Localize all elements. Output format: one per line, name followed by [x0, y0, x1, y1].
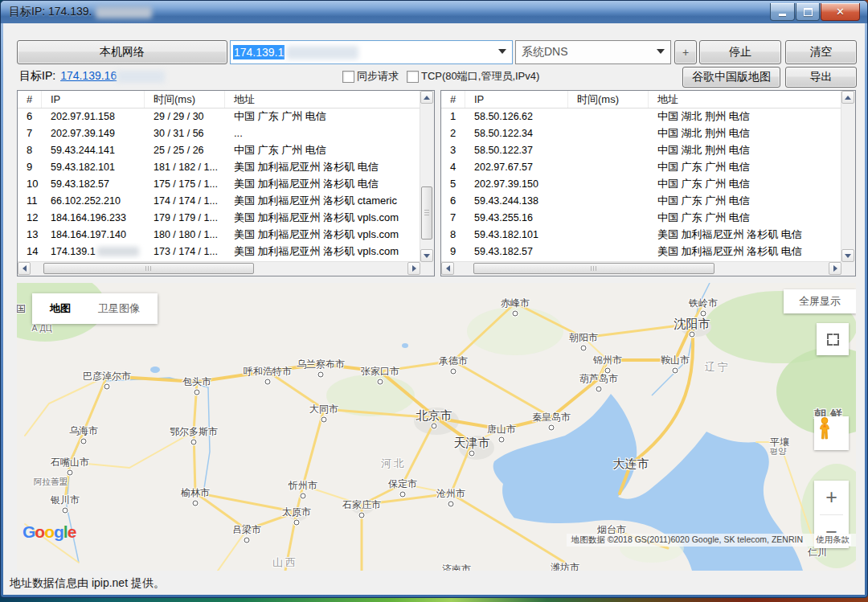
- sync-request-checkbox[interactable]: 同步请求: [342, 69, 399, 84]
- scrollbar-corner: [841, 262, 855, 276]
- target-ip-combobox[interactable]: 174.139.1: [230, 40, 513, 64]
- scroll-right-button[interactable]: [407, 262, 420, 275]
- google-logo-letter: o: [35, 522, 44, 541]
- pegman-control[interactable]: [814, 416, 849, 450]
- table-row[interactable]: 959.43.182.101181 / 182 / 1...美国 加利福尼亚州 …: [18, 158, 420, 175]
- table-row[interactable]: 859.43.244.14125 / 25 / 26中国 广东 广州 电信: [18, 141, 420, 158]
- combobox-selected-text: 174.139.1: [233, 45, 285, 59]
- dns-dropdown[interactable]: 系统DNS: [515, 40, 671, 64]
- table-cell: 59.43.182.57: [42, 175, 145, 192]
- google-china-map-button[interactable]: 谷歌中国版地图: [682, 67, 780, 88]
- table-row[interactable]: 158.50.126.62中国 湖北 荆州 电信: [441, 108, 841, 125]
- tcp-checkbox[interactable]: TCP(80端口,管理员,IPv4): [407, 69, 539, 84]
- map-attribution: 地图数据 ©2018 GS(2011)6020 Google, SK telec…: [567, 534, 856, 547]
- google-logo[interactable]: Google: [23, 522, 76, 542]
- export-button[interactable]: 导出: [785, 67, 857, 88]
- chevron-down-icon[interactable]: [657, 49, 665, 54]
- table-row[interactable]: 13184.164.197.140180 / 180 / 1...美国 加利福尼…: [18, 226, 420, 243]
- clear-button[interactable]: 清空: [785, 40, 857, 64]
- table-cell: 59.43.244.141: [42, 141, 145, 158]
- scrollbar-thumb[interactable]: [473, 263, 714, 274]
- table-cell: 180 / 180 / 1...: [145, 226, 225, 243]
- table-row[interactable]: 959.43.182.57美国 加利福尼亚州 洛杉矶 电信: [441, 243, 841, 260]
- map-canvas[interactable]: 赤峰市铁岭市沈阳市朝阳市锦州市鞍山市辽宁葫芦岛市巴彦淖尔市包头市呼和浩特市乌兰察…: [17, 283, 856, 571]
- scroll-right-button[interactable]: [829, 262, 841, 275]
- map-label: 葫芦岛市: [579, 372, 618, 386]
- map-city-dot: [499, 437, 505, 443]
- table-cell: 7: [18, 125, 42, 141]
- checkbox-icon[interactable]: [342, 71, 354, 83]
- table-cell: 9: [441, 243, 465, 260]
- close-button[interactable]: ✕: [821, 3, 860, 21]
- table-row[interactable]: 258.50.122.34中国 湖北 荆州 电信: [441, 125, 841, 141]
- vertical-scrollbar[interactable]: [841, 91, 855, 262]
- fullscreen-toggle-button[interactable]: [817, 323, 849, 355]
- table-cell: [568, 158, 649, 175]
- table-row[interactable]: 4202.97.67.57中国 广东 广州 电信: [441, 158, 841, 175]
- scroll-down-button[interactable]: [420, 249, 433, 262]
- sync-request-label: 同步请求: [357, 69, 399, 84]
- scrollbar-thumb[interactable]: [421, 186, 432, 240]
- stop-button[interactable]: 停止: [699, 40, 781, 64]
- map-label: 赤峰市: [501, 297, 530, 310]
- checkbox-icon[interactable]: [407, 71, 419, 83]
- scroll-up-button[interactable]: [420, 91, 433, 104]
- minimize-button[interactable]: [770, 3, 795, 21]
- pegman-icon: [814, 416, 835, 440]
- map-label: 济南市: [442, 563, 471, 571]
- add-button[interactable]: +: [674, 40, 697, 64]
- table-row[interactable]: 1059.43.182.57175 / 175 / 1...美国 加利福尼亚州 …: [18, 175, 420, 192]
- table-row[interactable]: 7202.97.39.14930 / 31 / 56...: [18, 125, 420, 141]
- header-addr[interactable]: 地址: [649, 91, 841, 108]
- tab-map[interactable]: 地图: [50, 301, 71, 316]
- table-row[interactable]: 759.43.255.16中国 广东 广州 电信: [441, 209, 841, 226]
- local-network-button[interactable]: 本机网络: [17, 40, 227, 64]
- close-icon: ✕: [836, 6, 845, 18]
- table-row[interactable]: 12184.164.196.233179 / 179 / 1...美国 加利福尼…: [18, 209, 420, 226]
- map-label: 张家口市: [361, 365, 399, 379]
- table-row[interactable]: 659.43.244.138中国 广东 广州 电信: [441, 192, 841, 209]
- tab-satellite[interactable]: 卫星图像: [98, 301, 140, 316]
- table-row[interactable]: 859.43.182.101美国 加利福尼亚州 洛杉矶 电信: [441, 226, 841, 243]
- horizontal-scrollbar[interactable]: [18, 261, 420, 276]
- header-ip[interactable]: IP: [42, 91, 145, 108]
- map-label: 包头市: [182, 375, 211, 389]
- map-city-dot: [63, 508, 68, 514]
- terms-of-use-link[interactable]: 使用条款: [814, 534, 851, 546]
- table-cell: 美国 加利福尼亚州 洛杉矶 ctameric: [225, 192, 420, 209]
- scroll-left-button[interactable]: [441, 262, 454, 275]
- target-ip-link[interactable]: 174.139.16: [60, 69, 117, 82]
- header-num[interactable]: #: [441, 91, 465, 108]
- map-city-dot: [194, 390, 200, 395]
- fullscreen-show-button[interactable]: 全屏显示: [784, 289, 856, 313]
- map-city-dot: [321, 417, 327, 423]
- zoom-in-button[interactable]: +: [814, 481, 849, 514]
- table-row[interactable]: 358.50.122.37中国 湖北 荆州 电信: [441, 141, 841, 158]
- horizontal-scrollbar[interactable]: [441, 261, 841, 276]
- scrollbar-thumb[interactable]: [43, 263, 254, 274]
- scroll-down-button[interactable]: [841, 249, 854, 262]
- map-city-dot: [378, 379, 383, 385]
- maximize-button[interactable]: [796, 3, 820, 21]
- header-ip[interactable]: IP: [465, 91, 568, 108]
- scroll-up-button[interactable]: [841, 91, 854, 104]
- redacted-ip-blur: [117, 71, 165, 83]
- header-addr[interactable]: 地址: [225, 91, 420, 108]
- scroll-left-button[interactable]: [18, 262, 31, 275]
- titlebar[interactable]: 目标IP: 174.139. ✕: [1, 1, 867, 23]
- route-table-panel: # IP 时间(ms) 地址 158.50.126.62中国 湖北 荆州 电信2…: [440, 90, 856, 276]
- table-row[interactable]: 14174.139.1173 / 174 / 1...美国 加利福尼亚州 洛杉矶…: [18, 243, 420, 260]
- chevron-down-icon[interactable]: [498, 49, 506, 54]
- header-time[interactable]: 时间(ms): [568, 91, 649, 108]
- header-num[interactable]: #: [18, 91, 42, 108]
- table-row[interactable]: 6202.97.91.15829 / 29 / 30中国 广东 广州 电信: [18, 108, 420, 125]
- arrow-left-icon: [446, 265, 450, 272]
- map-label: 河北: [381, 457, 407, 471]
- google-logo-letter: g: [54, 522, 63, 541]
- vertical-scrollbar[interactable]: [420, 91, 434, 262]
- table-row[interactable]: 1166.102.252.210174 / 174 / 1...美国 加利福尼亚…: [18, 192, 420, 209]
- map-label: 沧州市: [436, 487, 465, 501]
- header-time[interactable]: 时间(ms): [145, 91, 225, 108]
- table-cell: 1: [441, 108, 465, 125]
- table-row[interactable]: 5202.97.39.150中国 广东 广州 电信: [441, 175, 841, 192]
